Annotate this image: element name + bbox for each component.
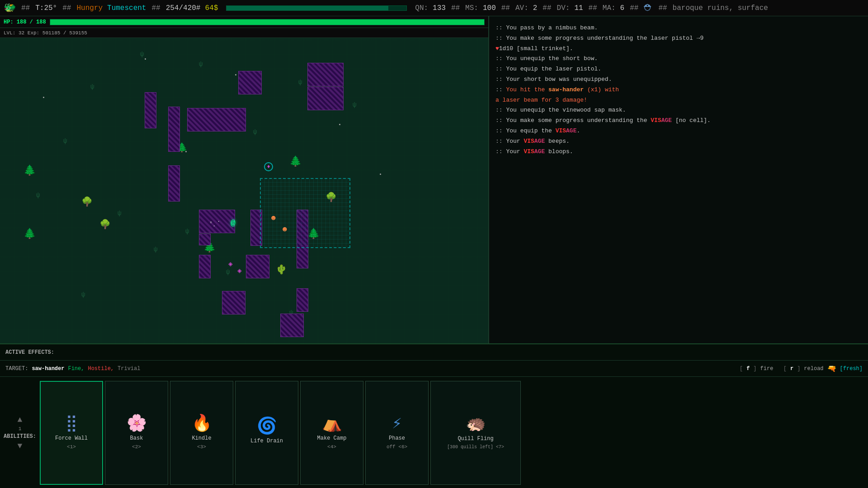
ruin-block	[187, 108, 246, 131]
ability-kindle-name: Kindle	[192, 435, 211, 441]
kindle-icon: 🔥	[192, 416, 212, 432]
ability-make-camp-key: <4>	[327, 444, 336, 450]
bottom-bar: ACTIVE EFFECTS: TARGET: saw-hander Fine,…	[0, 343, 868, 488]
log-line-7b: a laser beam for 3 damage!	[495, 96, 862, 105]
hp-bar-area: HP: 188 / 188	[0, 16, 488, 28]
right-panel: ▦ ⊞ ⊟ 🔍 ⏳ 👤 ◎ ↗ ⚡ :: You pass by a nimbu…	[488, 0, 868, 343]
message-log: :: You pass by a nimbus beam. :: You mak…	[489, 18, 868, 343]
scroll-down-arrow[interactable]: ▼	[18, 441, 23, 450]
make-camp-icon: ⛺	[322, 416, 342, 432]
ms-label: MS:	[465, 4, 478, 12]
lvl-exp-text: LVL: 32 Exp: 501185 / 539155	[4, 30, 87, 36]
target-row: TARGET: saw-hander Fine, Hostile, Trivia…	[0, 361, 868, 377]
log-line-5: :: You equip the laser pistol.	[495, 65, 862, 74]
ability-phase-name: Phase	[389, 435, 405, 441]
abilities-row: ▲ 1 ABILITIES: ▼ ⣿ Force Wall <1> 🌸 Bask…	[0, 377, 868, 488]
ability-force-wall[interactable]: ⣿ Force Wall <1>	[40, 381, 103, 485]
ability-force-wall-name: Force Wall	[55, 435, 88, 441]
ability-kindle[interactable]: 🔥 Kindle <3>	[170, 381, 233, 485]
top-status-bar: 🐲 ## T:25° ## Hungry Tumescent ## 254/42…	[0, 0, 868, 16]
grass-sprite: ψ	[140, 51, 144, 58]
grass-sprite: ψ	[226, 268, 230, 276]
hp-ammo: 254/420#	[166, 4, 201, 12]
gun-icon: 🔫	[827, 364, 836, 373]
log-line-6: :: Your short bow was unequipped.	[495, 75, 862, 84]
enemy-character-2: ☻	[283, 225, 287, 234]
qn-val: 133	[433, 4, 446, 12]
sep: ##	[658, 4, 667, 12]
sep: ##	[630, 4, 638, 12]
reload-key: r	[790, 366, 793, 372]
ability-bask[interactable]: 🌸 Bask <2>	[105, 381, 168, 485]
scroll-up-arrow[interactable]: ▲	[18, 415, 23, 424]
grass-sprite: ψ	[90, 83, 94, 90]
ruin-block	[307, 63, 344, 86]
ability-phase[interactable]: ⚡ Phase off <6>	[365, 381, 429, 485]
tree-sprite: 🌲	[289, 155, 302, 168]
log-line-7: :: You hit the saw-hander (x1) with	[495, 85, 862, 95]
tree-sprite: 🌲	[24, 228, 36, 240]
tree-sprite: 🌲	[24, 164, 36, 177]
qn-label: QN:	[415, 4, 428, 12]
scroll-position: 1	[19, 426, 22, 432]
target-status-trivial: Trivial	[118, 366, 140, 372]
grass-sprite: ψ	[81, 291, 85, 298]
sep: ##	[62, 4, 71, 12]
log-line-2: :: You make some progress understanding …	[495, 34, 862, 43]
particle: °	[209, 221, 212, 227]
particle: ·	[217, 219, 220, 225]
gem-item-2: ◈	[237, 266, 242, 275]
grass-sprite: ψ	[353, 101, 356, 108]
force-wall-icon: ⣿	[66, 416, 77, 432]
ability-phase-key: off <6>	[387, 444, 407, 450]
terrain-dot	[339, 124, 340, 125]
terrain-dot	[380, 174, 381, 175]
enemy-character: ☻	[271, 214, 276, 222]
ruin-block	[280, 314, 304, 337]
ma-val: 6	[620, 4, 625, 12]
ruin-block	[168, 165, 180, 202]
target-label: TARGET:	[5, 366, 28, 372]
ability-make-camp[interactable]: ⛺ Make Camp <4>	[300, 381, 363, 485]
log-line-11: :: Your VISAGE beeps.	[495, 137, 862, 146]
grass-sprite: ψ	[118, 210, 121, 217]
status-hungry: Hungry	[76, 4, 103, 12]
bask-icon: 🌸	[127, 416, 147, 432]
ability-life-drain[interactable]: 🌀 Life Drain	[235, 381, 298, 485]
target-name: saw-hander	[32, 366, 64, 372]
active-effects-label: ACTIVE EFFECTS:	[5, 349, 54, 356]
ability-life-drain-name: Life Drain	[250, 438, 283, 444]
dead-tree-sprite: 🌵	[276, 264, 287, 275]
ruin-block	[307, 87, 344, 110]
ability-label-column: ▲ 1 ABILITIES: ▼	[4, 415, 36, 450]
ms-val: 100	[483, 4, 496, 12]
fire-controls: [f] fire [r] reload 🔫 [fresh]	[740, 364, 863, 373]
log-line-9: :: You make some progress understanding …	[495, 116, 862, 126]
fire-label: fire	[760, 366, 774, 372]
sep: ##	[21, 4, 30, 12]
ruin-block	[199, 234, 211, 245]
target-status-hostile: Hostile,	[88, 366, 114, 372]
ruin-block	[297, 288, 308, 312]
currency: 64$	[205, 4, 218, 12]
temp-display: T:25°	[35, 4, 57, 12]
life-drain-icon: 🌀	[257, 419, 277, 435]
abilities-label: ABILITIES:	[4, 433, 36, 440]
ability-force-wall-key: <1>	[67, 444, 76, 450]
game-viewport: ψ ψ ψ ψ ψ ψ ψ ψ ψ ψ ψ ψ ψ ψ ψ 🌲 🌲 🌳 🌲 🌳 …	[0, 38, 489, 343]
ability-quill-fling-name: Quill Fling	[458, 436, 493, 442]
terrain-dot	[235, 74, 236, 75]
hp-bar-container	[50, 19, 485, 25]
log-line-3: ♥1d10 [small trinket].	[495, 44, 862, 54]
ability-bask-key: <2>	[132, 444, 141, 450]
ability-quill-fling[interactable]: 🦔 Quill Fling [300 quills left] <7>	[430, 381, 521, 485]
dv-label: DV:	[557, 4, 570, 12]
fresh-label: [fresh]	[840, 366, 863, 372]
helmet-icon: ⛑	[644, 3, 653, 14]
ability-quill-fling-key: [300 quills left] <7>	[447, 445, 504, 450]
ruin-block	[145, 92, 156, 128]
quill-fling-icon: 🦔	[466, 417, 486, 433]
location-text: baroque ruins, surface	[673, 4, 768, 12]
log-line-8: :: You unequip the vinewood sap mask.	[495, 106, 862, 115]
av-val: 2	[533, 4, 538, 12]
